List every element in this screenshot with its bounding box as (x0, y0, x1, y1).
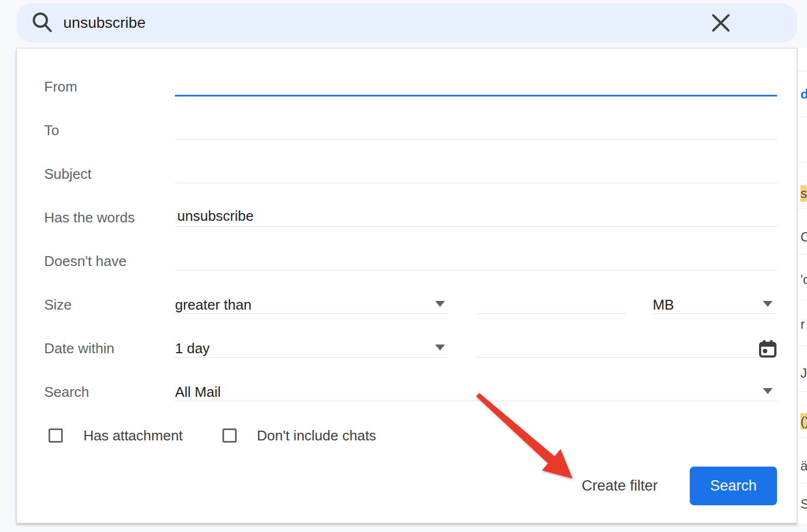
to-field[interactable] (175, 118, 777, 139)
dont-include-chats-label: Don't include chats (257, 426, 376, 445)
has-attachment-checkbox[interactable] (49, 428, 63, 443)
chevron-down-icon (435, 344, 445, 350)
text-fragment: J (800, 365, 807, 382)
row-divider (798, 483, 807, 483)
doesnt-have-field[interactable] (175, 249, 777, 270)
size-operator-underline (175, 313, 448, 314)
search-icon[interactable] (32, 12, 53, 34)
dont-include-chats-checkbox[interactable] (222, 428, 237, 443)
search-scope-underline (175, 401, 777, 401)
search-filter-dialog: From To Subject Has the words Doesn't ha… (16, 48, 797, 523)
date-within-dropdown[interactable]: 1 day (175, 339, 448, 358)
text-fragment-highlighted: () (800, 413, 807, 430)
search-scope-label: Search (44, 383, 89, 401)
to-label: To (44, 121, 59, 140)
doesnt-have-label: Doesn't have (44, 252, 127, 270)
doesnt-have-underline (175, 270, 777, 270)
search-input[interactable] (63, 14, 710, 32)
date-within-label: Date within (44, 339, 115, 358)
text-fragment: C (800, 229, 807, 245)
row-divider (798, 437, 807, 438)
row-divider (798, 208, 807, 209)
text-fragment-highlighted: s (800, 185, 807, 202)
has-words-label: Has the words (44, 208, 135, 227)
date-underline (477, 357, 777, 358)
from-field[interactable] (175, 75, 777, 95)
row-divider (798, 346, 807, 346)
row-divider (798, 391, 807, 392)
subject-underline (175, 183, 777, 183)
date-field[interactable] (477, 336, 749, 357)
from-label: From (44, 77, 77, 96)
size-unit-dropdown[interactable]: MB (653, 295, 776, 314)
gmail-search-bar (16, 3, 797, 43)
calendar-icon[interactable] (758, 340, 777, 358)
has-attachment-label: Has attachment (83, 426, 183, 445)
text-fragment: d (800, 86, 807, 102)
size-amount-underline (477, 313, 626, 314)
search-button[interactable]: Search (690, 467, 777, 505)
text-fragment: S (800, 496, 807, 512)
size-unit-underline (653, 313, 776, 314)
subject-field[interactable] (175, 162, 777, 183)
to-underline (175, 139, 777, 140)
row-divider (798, 300, 807, 300)
size-amount-field[interactable] (477, 293, 626, 313)
row-divider (798, 117, 807, 117)
size-operator-dropdown[interactable]: greater than (175, 295, 448, 314)
background-email-list-sliver: d s C 'c r J () ä S (798, 48, 807, 523)
size-label: Size (44, 295, 72, 314)
has-words-underline (175, 226, 777, 227)
chevron-down-icon (763, 388, 773, 394)
text-fragment: ä (800, 458, 807, 474)
text-fragment: r (800, 316, 805, 332)
row-divider (798, 254, 807, 255)
create-filter-button[interactable]: Create filter (569, 476, 670, 495)
search-scope-dropdown[interactable]: All Mail (175, 383, 777, 401)
row-divider (798, 162, 807, 163)
date-within-underline (175, 357, 448, 358)
from-underline-focused (175, 95, 777, 96)
row-divider (798, 71, 807, 71)
chevron-down-icon (435, 301, 445, 307)
text-fragment: 'c (800, 271, 807, 288)
has-words-field[interactable] (175, 205, 777, 226)
chevron-down-icon (763, 301, 773, 307)
close-icon[interactable] (710, 12, 732, 34)
subject-label: Subject (44, 165, 92, 183)
